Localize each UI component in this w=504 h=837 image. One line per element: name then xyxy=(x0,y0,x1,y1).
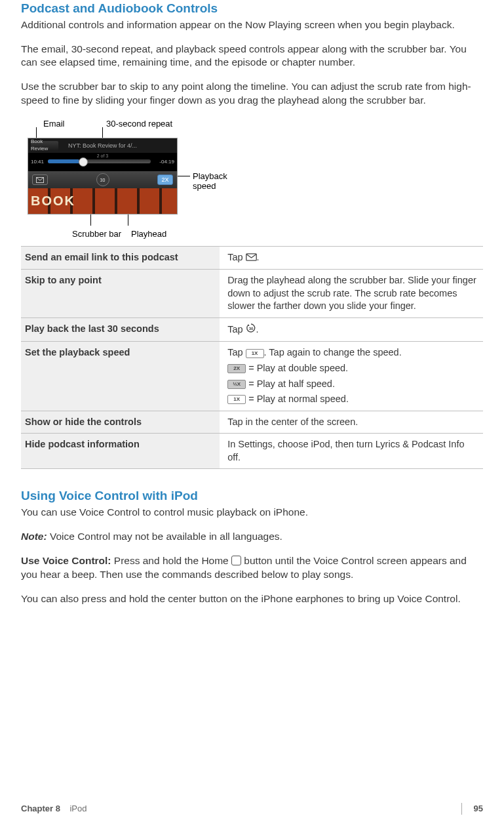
chapter-name: iPod xyxy=(69,804,87,813)
paragraph: Use the scrubber bar to skip to any poin… xyxy=(21,80,483,108)
action-label: Hide podcast information xyxy=(21,434,220,469)
callout-scrubber-bar: Scrubber bar xyxy=(72,228,121,240)
table-row: Set the playback speed Tap 1X. Tap again… xyxy=(21,342,483,411)
rewind-30-icon: 30 xyxy=(246,323,256,337)
table-row: Show or hide the controls Tap in the cen… xyxy=(21,411,483,434)
remaining-time: -04:19 xyxy=(159,159,174,166)
table-row: Play back the last 30 seconds Tap 30. xyxy=(21,317,483,342)
action-label: Play back the last 30 seconds xyxy=(21,317,220,342)
paragraph: You can also press and hold the center b… xyxy=(21,592,483,606)
svg-text:30: 30 xyxy=(248,327,253,331)
playback-speed-badge: 2X xyxy=(157,174,173,185)
action-detail: Tap in the center of the screen. xyxy=(220,411,483,434)
email-icon xyxy=(32,174,48,185)
speed-1x-badge: 1X xyxy=(246,349,264,358)
action-detail: Drag the playhead along the scrubber bar… xyxy=(220,270,483,318)
speed-1x-badge: 1X xyxy=(227,395,246,404)
callout-playhead: Playhead xyxy=(131,228,166,240)
note: Note: Voice Control may not be available… xyxy=(21,530,483,544)
section-title-voice-control: Using Voice Control with iPod xyxy=(21,487,483,504)
speed-half-badge: ½X xyxy=(227,380,246,389)
speed-2x-badge: 2X xyxy=(227,364,246,373)
home-button-icon xyxy=(231,556,241,565)
table-row: Skip to any point Drag the playhead alon… xyxy=(21,270,483,318)
action-label: Show or hide the controls xyxy=(21,411,220,434)
action-detail: In Settings, choose iPod, then turn Lyri… xyxy=(220,434,483,469)
note-label: Note: xyxy=(21,531,47,542)
scrubber-bar xyxy=(48,159,151,163)
figure-podcast-controls: Email 30-second repeat Playback speed Sc… xyxy=(21,118,244,239)
playhead xyxy=(79,157,88,167)
paragraph: Additional controls and information appe… xyxy=(21,18,483,32)
paragraph: You can use Voice Control to control mus… xyxy=(21,506,483,520)
action-label: Skip to any point xyxy=(21,270,220,318)
back-button: Book Review xyxy=(31,141,58,150)
track-index: 2 of 3 xyxy=(28,153,177,159)
paragraph: The email, 30-second repeat, and playbac… xyxy=(21,43,483,70)
section-title-podcast-controls: Podcast and Audiobook Controls xyxy=(21,0,483,17)
action-label: Set the playback speed xyxy=(21,342,220,411)
action-label: Send an email link to this podcast xyxy=(21,247,220,270)
page-footer: Chapter 8 iPod 95 xyxy=(0,803,504,815)
callout-playback-speed: Playback speed xyxy=(193,172,239,192)
action-detail: Tap 1X. Tap again to change the speed. 2… xyxy=(220,342,483,411)
mail-icon xyxy=(246,252,257,265)
callout-30-second-repeat: 30-second repeat xyxy=(106,118,172,130)
now-playing-title: NYT: Book Review for 4/... xyxy=(68,142,137,150)
action-detail: Tap 30. xyxy=(220,317,483,342)
chapter-label: Chapter 8 xyxy=(21,804,60,813)
table-row: Send an email link to this podcast Tap . xyxy=(21,247,483,270)
use-voice-control-label: Use Voice Control: xyxy=(21,555,111,566)
page-number: 95 xyxy=(461,803,483,815)
callout-email: Email xyxy=(43,118,65,130)
action-detail: Tap . xyxy=(220,247,483,270)
actions-table: Send an email link to this podcast Tap .… xyxy=(21,246,483,469)
table-row: Hide podcast information In Settings, ch… xyxy=(21,434,483,469)
screenshot-now-playing: Book Review NYT: Book Review for 4/... 1… xyxy=(28,138,178,214)
album-art: BOOK xyxy=(28,188,177,214)
elapsed-time: 10:41 xyxy=(31,159,44,166)
rewind-30-icon: 30 xyxy=(96,173,109,186)
paragraph: Use Voice Control: Press and hold the Ho… xyxy=(21,554,483,582)
